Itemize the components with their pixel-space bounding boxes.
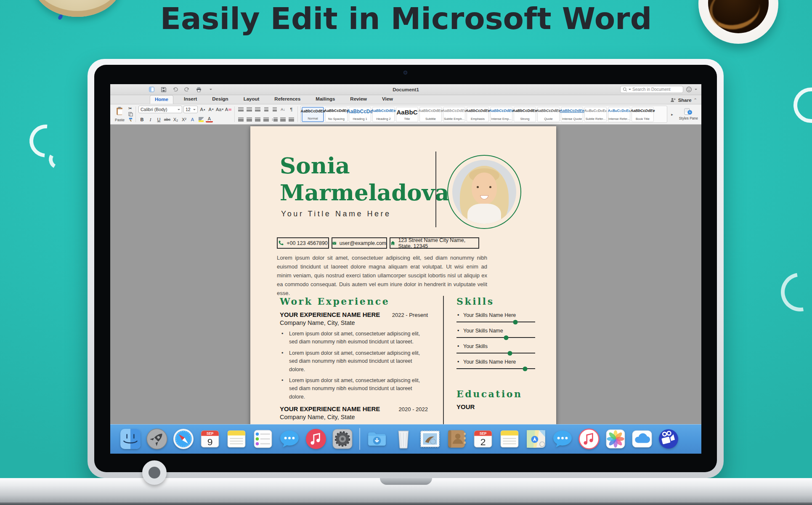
launchpad-icon[interactable] — [146, 428, 168, 450]
change-case-button[interactable]: Aa▾ — [216, 106, 223, 113]
maps-icon[interactable] — [525, 428, 547, 450]
text-effects-button[interactable]: A — [189, 116, 196, 123]
style-normal[interactable]: AaBbCcDdEeNormal — [302, 107, 324, 122]
share-button[interactable]: Share ⌃ — [670, 97, 697, 103]
bullets-button[interactable] — [237, 106, 244, 113]
stone-decoration — [33, 0, 122, 17]
messages-2-icon[interactable] — [552, 428, 573, 450]
style-title[interactable]: AaBbCTitle — [396, 107, 418, 122]
itunes-red-icon[interactable] — [305, 428, 327, 450]
style-emphasis[interactable]: AaBbCcDdEeEmphasis — [467, 107, 489, 122]
style-intense-quote[interactable]: AaBbCcDdEeIntense Quote — [561, 107, 583, 122]
print-icon[interactable] — [195, 86, 202, 93]
svg-text:SEP: SEP — [480, 431, 487, 436]
bold-button[interactable]: B — [138, 116, 146, 123]
italic-button[interactable]: I — [147, 116, 154, 123]
font-color-button[interactable]: A — [206, 116, 213, 122]
finder-icon[interactable] — [119, 428, 141, 450]
style-no-spacing[interactable]: AaBbCcDdEeNo Spacing — [325, 107, 348, 122]
contacts-icon[interactable] — [446, 428, 467, 450]
shrink-font-button[interactable]: A▾ — [207, 106, 215, 113]
search-input[interactable]: Search in Document — [620, 86, 683, 93]
mail-icon[interactable] — [419, 428, 441, 450]
new-document-icon[interactable] — [148, 86, 155, 93]
collapse-ribbon-icon[interactable]: ⌃ — [694, 98, 697, 102]
safari-icon[interactable] — [172, 428, 194, 450]
style-heading-1[interactable]: AaBbCcDdHeading 1 — [349, 107, 371, 122]
calendar-sep9-icon[interactable]: SEP9 — [199, 428, 221, 450]
align-right-button[interactable] — [254, 116, 261, 123]
shading-button[interactable] — [279, 116, 287, 123]
education-entry-partial: YOUR — [456, 403, 535, 410]
tab-mailings[interactable]: Mailings — [311, 95, 340, 104]
icloud-icon[interactable] — [631, 428, 653, 450]
style-intense-refer-[interactable]: AaBbCcDdEeIntense Refer... — [608, 107, 630, 122]
font-name-select[interactable]: Calibri (Body) — [138, 106, 182, 113]
video-recorder-icon[interactable] — [658, 428, 679, 450]
style-strong[interactable]: AaBbCcDdEeStrong — [514, 107, 536, 122]
more-icon[interactable] — [207, 86, 214, 93]
multilevel-list-button[interactable] — [254, 106, 261, 113]
tab-references[interactable]: References — [270, 95, 305, 104]
superscript-button[interactable]: X² — [180, 116, 188, 123]
resume-summary: Lorem ipsum dolor sit amet, consectetuer… — [277, 253, 487, 298]
grow-font-button[interactable]: A▴ — [199, 106, 206, 113]
circle-decoration-right — [793, 88, 812, 123]
styles-pane-button[interactable]: Styles Pane — [677, 106, 700, 123]
align-left-button[interactable] — [237, 116, 244, 123]
feedback-smiley-icon[interactable] — [686, 86, 692, 93]
pilcrow-button[interactable]: ¶ — [288, 106, 295, 113]
style-heading-2[interactable]: AaBbCcDdEeHeading 2 — [372, 107, 395, 122]
style-subtle-refer-[interactable]: AaBbCcDdEeSubtle Refer... — [584, 107, 607, 122]
justify-button[interactable] — [263, 116, 270, 123]
font-size-select[interactable]: 12 — [183, 106, 198, 113]
paste-button[interactable]: Paste — [114, 106, 126, 123]
tab-design[interactable]: Design — [207, 95, 233, 104]
itunes-white-icon[interactable] — [578, 428, 600, 450]
cut-icon[interactable]: ✂ — [128, 106, 133, 111]
styles-gallery-expand-button[interactable]: ▸ — [670, 106, 675, 123]
strikethrough-button[interactable]: abc — [164, 116, 171, 123]
style-subtle-emph-[interactable]: AaBbCcDdEeSubtle Emph... — [443, 107, 465, 122]
word-titlebar: Document1 Search in Document — [110, 84, 701, 95]
highlight-button[interactable] — [197, 116, 204, 123]
tab-home[interactable]: Home — [150, 95, 173, 104]
reminders-icon[interactable] — [252, 428, 274, 450]
notes-icon[interactable] — [226, 428, 247, 450]
svg-text:2: 2 — [480, 436, 486, 447]
style-subtitle[interactable]: AaBbCcDdEeSubtitle — [419, 107, 442, 122]
tab-insert[interactable]: Insert — [179, 95, 202, 104]
redo-icon[interactable] — [183, 86, 191, 93]
underline-button[interactable]: U — [155, 116, 162, 123]
align-center-button[interactable] — [246, 116, 253, 123]
messages-icon[interactable] — [279, 428, 300, 450]
skill-item: Your Skills Name — [456, 328, 535, 338]
copy-icon[interactable] — [128, 112, 133, 117]
styles-pane-icon — [684, 108, 693, 116]
undo-icon[interactable] — [172, 86, 179, 93]
subscript-button[interactable]: X₂ — [172, 116, 179, 123]
tab-view[interactable]: View — [377, 95, 398, 104]
increase-indent-button[interactable] — [271, 106, 278, 113]
style-quote[interactable]: AaBbCcDdEeQuote — [537, 107, 560, 122]
format-painter-icon[interactable] — [128, 117, 133, 122]
tab-review[interactable]: Review — [345, 95, 372, 104]
system-preferences-icon[interactable] — [332, 428, 353, 450]
feedback-caret-icon[interactable] — [695, 89, 697, 91]
numbering-button[interactable] — [246, 106, 253, 113]
notes-2-icon[interactable] — [499, 428, 520, 450]
line-spacing-button[interactable]: ↕ — [271, 116, 278, 123]
document-page[interactable]: Sonia Marmeladova Your Title Name Here +… — [250, 126, 556, 454]
tab-layout[interactable]: Layout — [239, 95, 264, 104]
sort-button[interactable]: A↓ — [279, 106, 287, 113]
trash-icon[interactable] — [393, 428, 414, 450]
downloads-folder-icon[interactable] — [366, 428, 388, 450]
borders-button[interactable] — [288, 116, 295, 123]
photos-icon[interactable] — [605, 428, 626, 450]
style-intense-emp-[interactable]: AaBbCcDdEeIntense Emp... — [490, 107, 512, 122]
calendar-sep2-icon[interactable]: SEP2 — [472, 428, 494, 450]
decrease-indent-button[interactable] — [263, 106, 270, 113]
clear-formatting-button[interactable]: A — [225, 106, 232, 113]
style-book-title[interactable]: AaBbCcDdEeBook Title — [632, 107, 654, 122]
save-icon[interactable] — [160, 86, 167, 93]
